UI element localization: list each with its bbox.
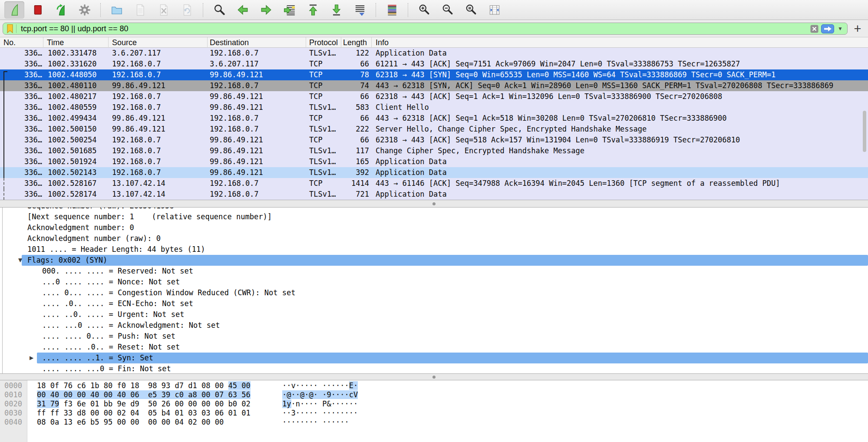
capture-options-icon (78, 3, 91, 16)
hex-ascii: ········ ······ (282, 418, 349, 427)
save-file-button[interactable] (130, 1, 150, 19)
cell-time: 1002.528167 (43, 178, 109, 189)
detail-text: .... ...0 .... = Acknowledgment: Not set (42, 320, 220, 331)
hex-row[interactable]: 0030ff ff 33 d8 00 00 02 04 05 b4 01 03 … (0, 409, 868, 418)
detail-line[interactable]: .... ..0. .... = Urgent: Not set (0, 309, 868, 320)
packet-row[interactable]: 336…1002.448050192.168.0.799.86.49.121TC… (0, 69, 868, 80)
detail-line[interactable]: .... 0... .... = Congestion Window Reduc… (0, 287, 868, 298)
expand-icon[interactable]: ▶ (30, 353, 33, 363)
hex-row[interactable]: 000018 0f 76 c6 1b 80 f0 18 98 93 d7 d1 … (0, 381, 868, 390)
capture-options-button[interactable] (75, 1, 95, 19)
go-to-packet-icon (283, 3, 296, 16)
hex-ascii: 1y·n···· P&······ (282, 399, 358, 409)
filter-text[interactable]: tcp.port == 80 || udp.port == 80 (21, 24, 129, 33)
cell-info: Application Data (372, 156, 868, 167)
detail-line[interactable]: Sequence number (raw): 2665041958 (0, 208, 868, 211)
detail-line[interactable]: Acknowledgment number: 0 (0, 222, 868, 233)
column-header-destination[interactable]: Destination (208, 37, 306, 48)
detail-line[interactable]: ▼Flags: 0x002 (SYN) (0, 255, 868, 266)
zoom-in-button[interactable] (414, 1, 434, 19)
packet-row[interactable]: 336…1002.501685192.168.0.799.86.49.121TL… (0, 145, 868, 156)
detail-line[interactable]: .... .0.. .... = ECN-Echo: Not set (0, 298, 868, 309)
list-details-splitter[interactable] (0, 200, 868, 208)
open-file-button[interactable] (107, 1, 127, 19)
auto-scroll-button[interactable] (350, 1, 370, 19)
go-to-first-button[interactable] (303, 1, 323, 19)
hex-row[interactable]: 004008 0a 13 e6 b5 95 00 00 00 00 04 02 … (0, 418, 868, 427)
cell-protocol: TLSv1… (306, 124, 341, 135)
clear-filter-icon[interactable] (810, 25, 818, 33)
packet-row[interactable]: 336…1002.3314783.6.207.117192.168.0.7TLS… (0, 48, 868, 59)
detail-text: .... .... ...0 = Fin: Not set (42, 363, 171, 373)
packet-row[interactable]: 336…1002.52817413.107.42.14192.168.0.7TL… (0, 189, 868, 200)
column-header-length[interactable]: Length (341, 37, 372, 48)
bookmark-icon[interactable] (7, 24, 13, 33)
packet-list-scrollbar[interactable] (863, 111, 866, 152)
column-header-time[interactable]: Time (43, 37, 109, 48)
go-to-first-icon (307, 3, 320, 16)
stop-capture-button[interactable] (28, 1, 48, 19)
cell-time: 1002.448050 (43, 69, 109, 80)
detail-line[interactable]: Acknowledgment number (raw): 0 (0, 233, 868, 244)
cell-destination: 99.86.49.121 (208, 135, 306, 145)
detail-line[interactable]: 000. .... .... = Reserved: Not set (0, 266, 868, 277)
column-header-protocol[interactable]: Protocol (306, 37, 341, 48)
packet-row[interactable]: 336…1002.501924192.168.0.799.86.49.121TL… (0, 156, 868, 167)
packet-row[interactable]: 336…1002.48011099.86.49.121192.168.0.7TC… (0, 80, 868, 91)
cell-source: 99.86.49.121 (109, 124, 208, 135)
column-header-source[interactable]: Source (109, 37, 208, 48)
cell-destination: 99.86.49.121 (208, 156, 306, 167)
restart-capture-button[interactable] (51, 1, 71, 19)
column-header-no[interactable]: No. (0, 37, 43, 48)
cell-time: 1002.480559 (43, 102, 109, 113)
zoom-reset-button[interactable] (461, 1, 481, 19)
detail-line[interactable]: .... .... .0.. = Reset: Not set (0, 342, 868, 353)
detail-line[interactable]: 1011 .... = Header Length: 44 bytes (11) (0, 244, 868, 255)
detail-line[interactable]: ...0 .... .... = Nonce: Not set (0, 277, 868, 287)
packet-row[interactable]: 336…1002.331620192.168.0.73.6.207.117TCP… (0, 59, 868, 69)
hex-row[interactable]: 002031 79 f3 6e 01 bb 9e d9 50 26 00 00 … (0, 399, 868, 409)
hex-ascii: ··v····· ······E· (282, 381, 358, 390)
open-file-icon (110, 3, 123, 16)
start-capture-button[interactable] (4, 1, 24, 19)
zoom-out-button[interactable] (438, 1, 458, 19)
column-header-info[interactable]: Info (372, 37, 868, 48)
apply-filter-icon[interactable] (821, 24, 834, 33)
cell-destination: 192.168.0.7 (208, 124, 306, 135)
cell-protocol: TLSv1… (306, 167, 341, 178)
cell-source: 192.168.0.7 (109, 135, 208, 145)
packet-row[interactable]: 336…1002.49943499.86.49.121192.168.0.7TC… (0, 113, 868, 124)
detail-line[interactable]: [Next sequence number: 1 (relative seque… (0, 211, 868, 222)
packet-row[interactable]: 336…1002.52816713.107.42.14192.168.0.7TC… (0, 178, 868, 189)
resize-columns-button[interactable] (485, 1, 505, 19)
go-forward-button[interactable] (256, 1, 276, 19)
chevron-down-icon[interactable]: ▼ (838, 26, 843, 32)
close-file-button[interactable] (154, 1, 174, 19)
detail-text: Flags: 0x002 (SYN) (27, 255, 107, 266)
details-bytes-splitter[interactable] (0, 373, 868, 380)
packet-row[interactable]: 336…1002.500254192.168.0.799.86.49.121TC… (0, 135, 868, 145)
go-back-button[interactable] (233, 1, 253, 19)
packet-row[interactable]: 336…1002.502143192.168.0.799.86.49.121TL… (0, 167, 868, 178)
find-packet-button[interactable] (209, 1, 229, 19)
add-filter-button[interactable]: + (851, 23, 864, 35)
cell-protocol: TLSv1… (306, 145, 341, 156)
detail-line[interactable]: ▶.... .... ..1. = Syn: Set (0, 353, 868, 363)
cell-no: 336… (0, 113, 43, 124)
detail-text: .... .... 0... = Push: Not set (42, 331, 175, 342)
detail-line[interactable]: .... ...0 .... = Acknowledgment: Not set (0, 320, 868, 331)
display-filter-input[interactable]: tcp.port == 80 || udp.port == 80 ▼ (3, 23, 848, 35)
toolbar-separator (376, 3, 376, 17)
cell-no: 336… (0, 80, 43, 91)
hex-row[interactable]: 001000 40 00 00 40 00 40 06 e5 39 c0 a8 … (0, 390, 868, 399)
packet-row[interactable]: 336…1002.480559192.168.0.799.86.49.121TL… (0, 102, 868, 113)
go-to-last-button[interactable] (327, 1, 347, 19)
go-to-packet-button[interactable] (280, 1, 300, 19)
packet-row[interactable]: 336…1002.480217192.168.0.799.86.49.121TC… (0, 91, 868, 102)
detail-line[interactable]: .... .... ...0 = Fin: Not set (0, 363, 868, 373)
colorize-button[interactable] (382, 1, 402, 19)
collapse-icon[interactable]: ▼ (18, 255, 22, 266)
packet-row[interactable]: 336…1002.50015099.86.49.121192.168.0.7TL… (0, 124, 868, 135)
reload-file-button[interactable] (177, 1, 197, 19)
detail-line[interactable]: .... .... 0... = Push: Not set (0, 331, 868, 342)
